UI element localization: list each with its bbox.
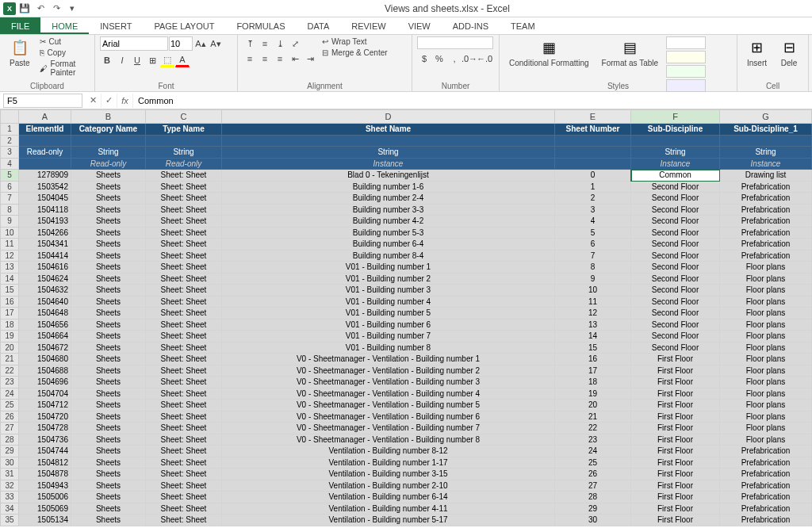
cell[interactable]: Sheet: Sheet bbox=[146, 515, 222, 526]
comma-icon[interactable]: , bbox=[447, 52, 462, 66]
cell[interactable]: 21 bbox=[555, 411, 631, 423]
cell[interactable]: 5 bbox=[555, 228, 631, 239]
cell[interactable]: Ventilation - Building number 3-15 bbox=[222, 469, 555, 480]
cell[interactable]: Sheet: Sheet bbox=[146, 239, 222, 251]
conditional-formatting-button[interactable]: ▦ Conditional Formatting bbox=[504, 36, 594, 69]
cell[interactable]: Sheets bbox=[71, 515, 146, 526]
cell[interactable] bbox=[71, 136, 146, 147]
row-header[interactable]: 13 bbox=[0, 262, 19, 274]
cell[interactable]: Floor plans bbox=[720, 365, 812, 377]
row-header[interactable]: 2 bbox=[0, 136, 19, 147]
cell[interactable]: V01 - Building number 2 bbox=[222, 274, 555, 285]
cell[interactable]: Sheet: Sheet bbox=[146, 446, 222, 457]
tab-view[interactable]: VIEW bbox=[397, 17, 442, 34]
cell[interactable] bbox=[555, 147, 631, 159]
cell[interactable]: Prefabrication bbox=[720, 480, 812, 492]
copy-button[interactable]: ⎘Copy bbox=[38, 48, 90, 58]
cell[interactable]: Building number 3-3 bbox=[222, 205, 555, 216]
col-header-C[interactable]: C bbox=[146, 109, 222, 124]
insert-cells-button[interactable]: ⊞ Insert bbox=[742, 36, 772, 69]
row-header[interactable]: 10 bbox=[0, 228, 19, 239]
cell[interactable]: Floor plans bbox=[720, 262, 812, 274]
cell[interactable]: Sheets bbox=[71, 297, 146, 308]
decrease-indent-icon[interactable]: ⇤ bbox=[288, 52, 302, 66]
italic-button[interactable]: I bbox=[115, 53, 129, 67]
cell[interactable]: ElementId bbox=[19, 124, 71, 136]
cell[interactable]: Sheets bbox=[71, 274, 146, 285]
enter-icon[interactable]: ✓ bbox=[102, 94, 117, 108]
col-header-E[interactable]: E bbox=[555, 109, 631, 124]
cell[interactable]: Sheet: Sheet bbox=[146, 480, 222, 492]
cell[interactable]: Second Floor bbox=[631, 331, 720, 342]
cell[interactable]: Common bbox=[631, 170, 720, 182]
cell[interactable]: Ventilation - Building number 6-14 bbox=[222, 492, 555, 503]
cell[interactable]: V0 - Sheetmanager - Ventilation - Buildi… bbox=[222, 365, 555, 377]
style-swatch[interactable] bbox=[666, 65, 706, 78]
cell[interactable]: Sheet: Sheet bbox=[146, 423, 222, 434]
cell[interactable]: 1504744 bbox=[19, 446, 71, 457]
cell[interactable]: V0 - Sheetmanager - Ventilation - Buildi… bbox=[222, 400, 555, 411]
cell[interactable] bbox=[146, 136, 222, 147]
cell[interactable]: First Floor bbox=[631, 423, 720, 434]
cell[interactable]: Sheet Name bbox=[222, 124, 555, 136]
row-header[interactable]: 3 bbox=[0, 147, 19, 159]
cell[interactable]: Sheets bbox=[71, 308, 146, 319]
cell[interactable]: Sub-Discipline_1 bbox=[720, 124, 812, 136]
cell[interactable]: Ventilation - Building number 4-11 bbox=[222, 503, 555, 515]
cell[interactable]: Sheets bbox=[71, 170, 146, 182]
cell[interactable]: Sheet: Sheet bbox=[146, 216, 222, 228]
style-swatch[interactable] bbox=[666, 36, 706, 49]
cell[interactable]: First Floor bbox=[631, 503, 720, 515]
cell[interactable]: Second Floor bbox=[631, 297, 720, 308]
cell[interactable]: Sheets bbox=[71, 457, 146, 469]
format-as-table-button[interactable]: ▤ Format as Table bbox=[597, 36, 664, 69]
cell[interactable]: V0 - Sheetmanager - Ventilation - Buildi… bbox=[222, 411, 555, 423]
cell[interactable]: 30 bbox=[555, 515, 631, 526]
row-header[interactable]: 18 bbox=[0, 319, 19, 331]
cancel-icon[interactable]: ✕ bbox=[86, 94, 102, 108]
cell[interactable]: Floor plans bbox=[720, 308, 812, 319]
cell[interactable]: Building number 2-4 bbox=[222, 193, 555, 205]
cell[interactable]: 1504812 bbox=[19, 457, 71, 469]
cell[interactable]: 28 bbox=[555, 492, 631, 503]
row-header[interactable]: 16 bbox=[0, 297, 19, 308]
cell[interactable]: Sheets bbox=[71, 216, 146, 228]
cell[interactable]: Sheets bbox=[71, 503, 146, 515]
cell[interactable]: 1278909 bbox=[19, 170, 71, 182]
cell[interactable]: V0 - Sheetmanager - Ventilation - Buildi… bbox=[222, 377, 555, 388]
font-color-button[interactable]: A bbox=[175, 53, 190, 67]
cell[interactable]: Prefabrication bbox=[720, 503, 812, 515]
cell[interactable]: Sheets bbox=[71, 480, 146, 492]
cell[interactable]: Read-only bbox=[71, 159, 146, 170]
cell[interactable]: Floor plans bbox=[720, 285, 812, 297]
cell[interactable]: Sheet: Sheet bbox=[146, 492, 222, 503]
cell[interactable]: Sheets bbox=[71, 205, 146, 216]
cell[interactable]: Floor plans bbox=[720, 411, 812, 423]
cell[interactable]: Second Floor bbox=[631, 193, 720, 205]
cell[interactable]: Floor plans bbox=[720, 423, 812, 434]
cell[interactable]: Building number 6-4 bbox=[222, 239, 555, 251]
cell[interactable]: 2 bbox=[555, 193, 631, 205]
row-header[interactable]: 35 bbox=[0, 515, 19, 526]
cell[interactable]: Sheet: Sheet bbox=[146, 388, 222, 400]
cell[interactable]: 8 bbox=[555, 262, 631, 274]
cell[interactable]: Sheets bbox=[71, 377, 146, 388]
cell[interactable]: Prefabrication bbox=[720, 239, 812, 251]
align-bottom-icon[interactable]: ⤓ bbox=[273, 36, 287, 51]
cell[interactable]: 1504624 bbox=[19, 274, 71, 285]
number-format-select[interactable] bbox=[417, 36, 493, 49]
align-middle-icon[interactable]: ≡ bbox=[258, 36, 272, 51]
cell[interactable]: First Floor bbox=[631, 434, 720, 446]
cell[interactable]: Sub-Discipline bbox=[631, 124, 720, 136]
row-header[interactable]: 6 bbox=[0, 182, 19, 193]
cell[interactable]: Read-only bbox=[146, 159, 222, 170]
cell[interactable] bbox=[19, 159, 71, 170]
row-header[interactable]: 20 bbox=[0, 342, 19, 354]
underline-button[interactable]: U bbox=[130, 53, 144, 67]
tab-data[interactable]: DATA bbox=[297, 17, 341, 34]
cell[interactable]: V0 - Sheetmanager - Ventilation - Buildi… bbox=[222, 354, 555, 365]
cell[interactable]: 18 bbox=[555, 377, 631, 388]
cell[interactable]: 1504680 bbox=[19, 354, 71, 365]
row-header[interactable]: 9 bbox=[0, 216, 19, 228]
decrease-font-icon[interactable]: A▾ bbox=[209, 36, 223, 51]
